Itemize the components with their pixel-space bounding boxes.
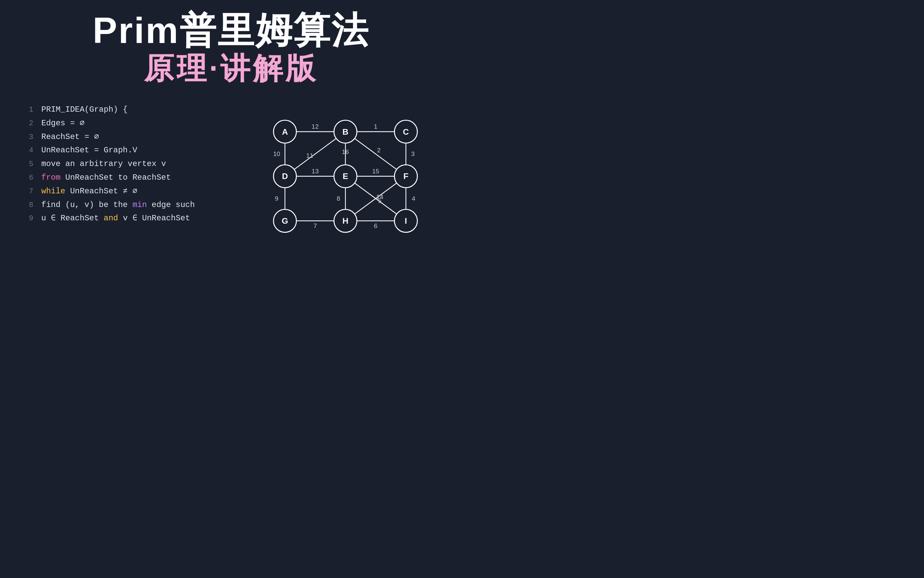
edge-weight-label: 3 <box>411 150 415 157</box>
code-content: find (u, v) be the min edge such <box>41 198 195 212</box>
code-content: u ∈ ReachSet and v ∈ UnReachSet <box>41 212 190 225</box>
edge-weight-label: 11 <box>306 152 313 159</box>
graph-node: C <box>394 120 417 143</box>
edge-weight-label: 12 <box>312 123 319 130</box>
code-line: 4 UnReachSet = Graph.V <box>20 144 236 157</box>
line-number: 8 <box>20 199 33 211</box>
graph-node: H <box>334 209 357 232</box>
code-line: 9 u ∈ ReachSet and v ∈ UnReachSet <box>20 212 236 225</box>
line-number: 4 <box>20 144 33 157</box>
node-label: A <box>282 127 288 136</box>
code-content: move an arbitrary vertex v <box>41 157 166 171</box>
code-content: PRIM_IDEA(Graph) { <box>41 103 128 117</box>
graph-svg: 12110111632131598144576ABCDEFGHI <box>249 103 442 246</box>
edge-weight-label: 7 <box>314 222 317 229</box>
title-section: Prim普里姆算法 原理·讲解版 <box>92 10 369 86</box>
edge-weight-label: 5 <box>378 197 382 205</box>
graph-node: D <box>273 165 296 188</box>
line-number: 7 <box>20 185 33 198</box>
code-line: 7 while UnReachSet ≠ ∅ <box>20 185 236 198</box>
sub-title: 原理·讲解版 <box>92 50 369 86</box>
graph-node: E <box>334 165 357 188</box>
code-content: Edges = ∅ <box>41 117 84 130</box>
node-label: G <box>282 216 288 225</box>
graph-node: G <box>273 209 296 232</box>
main-container: Prim普里姆算法 原理·讲解版 1PRIM_IDEA(Graph) {2 Ed… <box>0 0 462 289</box>
line-number: 6 <box>20 172 33 184</box>
code-content: UnReachSet = Graph.V <box>41 144 137 157</box>
graph-node: F <box>394 165 417 188</box>
node-label: I <box>405 216 407 225</box>
node-label: B <box>342 127 348 136</box>
line-number: 1 <box>20 104 33 116</box>
edge-weight-label: 8 <box>337 195 340 202</box>
code-line: 1PRIM_IDEA(Graph) { <box>20 103 236 117</box>
node-label: H <box>342 216 348 225</box>
edge-weight-label: 1 <box>374 123 377 130</box>
code-line: 8 find (u, v) be the min edge such <box>20 198 236 212</box>
edge-weight-label: 15 <box>372 168 379 175</box>
line-number: 3 <box>20 131 33 143</box>
graph-node: I <box>394 209 417 232</box>
line-number: 9 <box>20 212 33 225</box>
code-line: 2 Edges = ∅ <box>20 117 236 130</box>
edge-weight-label: 10 <box>273 150 280 157</box>
edge-weight-label: 2 <box>377 147 381 154</box>
edge-weight-label: 16 <box>342 148 349 155</box>
code-line: 6 from UnReachSet to ReachSet <box>20 171 236 185</box>
graph-section: 12110111632131598144576ABCDEFGHI <box>249 103 442 246</box>
edge-weight-label: 13 <box>312 168 319 175</box>
code-section: 1PRIM_IDEA(Graph) {2 Edges = ∅3 ReachSet… <box>20 103 249 225</box>
line-number: 5 <box>20 158 33 170</box>
code-content: ReachSet = ∅ <box>41 130 99 144</box>
code-line: 5 move an arbitrary vertex v <box>20 157 236 171</box>
edge-weight-label: 4 <box>412 195 415 202</box>
edge-weight-label: 6 <box>374 222 377 229</box>
edge-weight-label: 9 <box>275 195 278 202</box>
line-number: 2 <box>20 117 33 130</box>
node-label: E <box>343 172 348 181</box>
node-label: D <box>282 172 288 181</box>
main-title: Prim普里姆算法 <box>92 10 369 50</box>
node-label: C <box>403 127 409 136</box>
graph-node: A <box>273 120 296 143</box>
code-block: 1PRIM_IDEA(Graph) {2 Edges = ∅3 ReachSet… <box>20 103 236 225</box>
node-label: F <box>403 172 408 181</box>
code-content: from UnReachSet to ReachSet <box>41 171 171 185</box>
graph-node: B <box>334 120 357 143</box>
code-line: 3 ReachSet = ∅ <box>20 130 236 144</box>
content-section: 1PRIM_IDEA(Graph) {2 Edges = ∅3 ReachSet… <box>20 103 442 246</box>
code-content: while UnReachSet ≠ ∅ <box>41 185 137 198</box>
